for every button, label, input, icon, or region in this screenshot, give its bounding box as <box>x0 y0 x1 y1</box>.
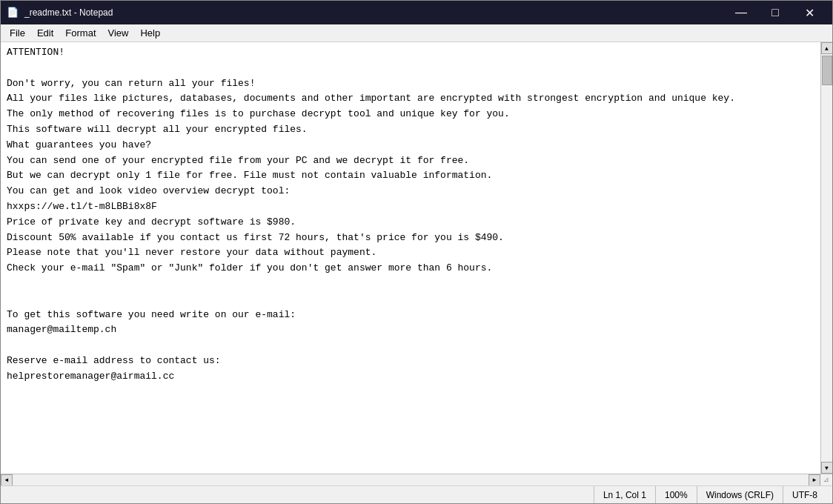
status-bar: Ln 1, Col 1 100% Windows (CRLF) UTF-8 <box>1 485 832 503</box>
minimize-button[interactable]: — <box>724 1 758 24</box>
status-zoom: 100% <box>656 486 697 503</box>
title-bar-left: 📄 _readme.txt - Notepad <box>7 7 113 19</box>
menu-edit[interactable]: Edit <box>31 26 59 40</box>
window-controls: — □ ✕ <box>724 1 826 24</box>
menu-bar: File Edit Format View Help <box>1 24 832 42</box>
scroll-track-h[interactable] <box>13 474 809 486</box>
menu-view[interactable]: View <box>102 26 135 40</box>
scroll-down-button[interactable]: ▼ <box>821 462 833 474</box>
resize-corner[interactable]: ⊿ <box>820 474 832 486</box>
scroll-left-button[interactable]: ◄ <box>1 474 13 486</box>
menu-help[interactable]: Help <box>134 26 166 40</box>
status-line-ending: Windows (CRLF) <box>697 486 783 503</box>
editor-area: ▲ ▼ <box>1 42 832 474</box>
scroll-up-button[interactable]: ▲ <box>821 42 833 54</box>
window-title: _readme.txt - Notepad <box>24 7 113 18</box>
title-bar: 📄 _readme.txt - Notepad — □ ✕ <box>1 1 832 24</box>
menu-format[interactable]: Format <box>59 26 102 40</box>
scroll-track-v[interactable] <box>821 54 833 462</box>
close-button[interactable]: ✕ <box>792 1 826 24</box>
notepad-icon: 📄 <box>7 7 19 19</box>
menu-file[interactable]: File <box>4 26 31 40</box>
notepad-window: 📄 _readme.txt - Notepad — □ ✕ File Edit … <box>0 0 833 504</box>
scroll-right-button[interactable]: ► <box>809 474 820 486</box>
horizontal-scrollbar-container: ◄ ► ⊿ <box>1 474 832 485</box>
status-spacer <box>7 486 594 503</box>
maximize-button[interactable]: □ <box>758 1 792 24</box>
scroll-thumb-v[interactable] <box>822 56 832 85</box>
status-position: Ln 1, Col 1 <box>594 486 656 503</box>
text-editor[interactable] <box>1 42 820 474</box>
vertical-scrollbar: ▲ ▼ <box>820 42 832 474</box>
status-encoding: UTF-8 <box>783 486 826 503</box>
